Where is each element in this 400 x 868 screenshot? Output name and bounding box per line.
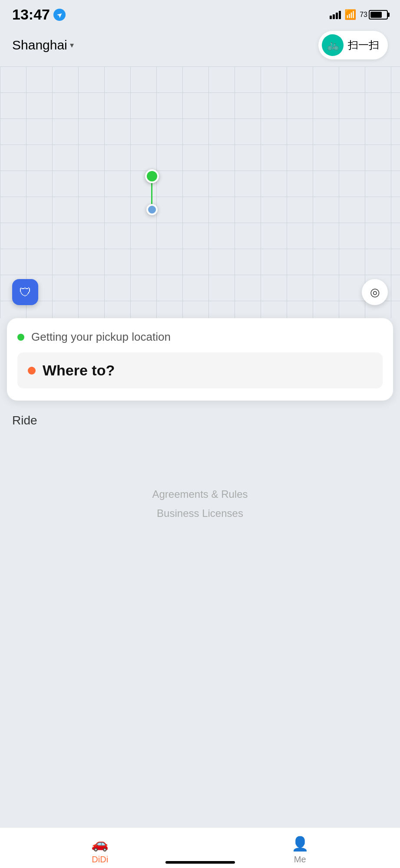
pickup-row: Getting your pickup location <box>17 330 383 344</box>
where-to-label: Where to? <box>43 362 115 379</box>
scan-button[interactable]: 🚲 扫一扫 <box>318 31 388 59</box>
time-display: 13:47 <box>12 6 50 23</box>
bike-icon: 🚲 <box>322 34 344 56</box>
city-selector[interactable]: Shanghai ▾ <box>12 38 74 53</box>
home-indicator <box>165 861 235 864</box>
map-grid <box>0 66 400 318</box>
safety-fab-button[interactable]: 🛡 <box>12 279 38 305</box>
footer-links: Agreements & Rules Business Licenses <box>0 471 400 528</box>
pickup-location-text: Getting your pickup location <box>31 330 171 344</box>
pin-green-dot <box>145 169 159 183</box>
nav-spacer <box>0 528 400 576</box>
status-icons: 📶 73 <box>330 9 388 20</box>
pin-line <box>151 183 152 204</box>
services-section: Ride <box>0 401 400 436</box>
city-name: Shanghai <box>12 38 67 53</box>
location-pin <box>145 169 159 215</box>
pickup-dot-icon <box>17 334 24 341</box>
where-to-button[interactable]: Where to? <box>17 352 383 388</box>
signal-bars-icon <box>330 10 341 19</box>
shield-plus-icon: 🛡 <box>19 285 31 299</box>
car-icon: 🚗 <box>91 835 109 852</box>
status-time: 13:47 <box>12 6 66 23</box>
pin-blue-dot <box>146 204 158 215</box>
person-icon: 👤 <box>291 835 309 852</box>
scan-label: 扫一扫 <box>348 38 379 52</box>
didi-nav-label: DiDi <box>92 855 108 865</box>
battery-indicator: 73 <box>360 10 388 20</box>
map-area[interactable]: 🛡 ◎ <box>0 66 400 318</box>
chevron-down-icon: ▾ <box>70 40 74 50</box>
agreements-link[interactable]: Agreements & Rules <box>152 488 248 500</box>
nav-item-didi[interactable]: 🚗 DiDi <box>0 835 200 865</box>
status-bar: 13:47 📶 73 <box>0 0 400 26</box>
ride-label: Ride <box>12 414 37 427</box>
battery-bar <box>369 10 388 20</box>
destination-dot-icon <box>28 367 36 375</box>
battery-percent: 73 <box>360 11 367 19</box>
wifi-icon: 📶 <box>344 9 356 20</box>
me-nav-label: Me <box>294 855 306 865</box>
pickup-card: Getting your pickup location Where to? <box>7 318 393 401</box>
locate-fab-button[interactable]: ◎ <box>362 279 388 305</box>
business-licenses-link[interactable]: Business Licenses <box>157 507 243 519</box>
crosshair-icon: ◎ <box>370 286 380 299</box>
battery-fill <box>370 12 382 18</box>
nav-item-me[interactable]: 👤 Me <box>200 835 400 865</box>
app-header: Shanghai ▾ 🚲 扫一扫 <box>0 26 400 66</box>
location-arrow-icon <box>53 9 66 21</box>
